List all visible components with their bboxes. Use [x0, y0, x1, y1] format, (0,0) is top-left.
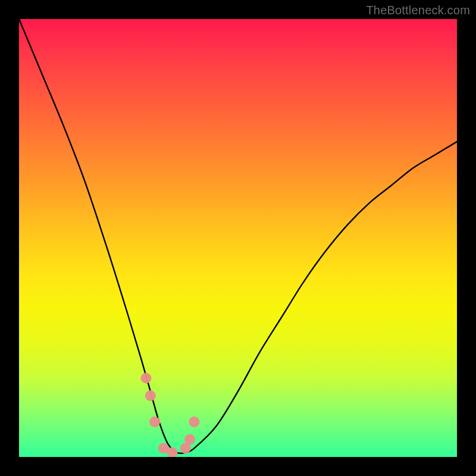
marker-dot [189, 416, 199, 427]
chart-frame: TheBottleneck.com [0, 0, 476, 476]
bottleneck-curve [19, 19, 457, 453]
marker-dot [184, 434, 195, 445]
plot-area [19, 19, 457, 457]
curve-group [19, 19, 457, 453]
watermark-text: TheBottleneck.com [366, 4, 470, 17]
marker-dot [140, 373, 151, 384]
marker-dot [149, 416, 160, 427]
marker-dot [145, 390, 156, 401]
plot-svg [19, 19, 457, 457]
